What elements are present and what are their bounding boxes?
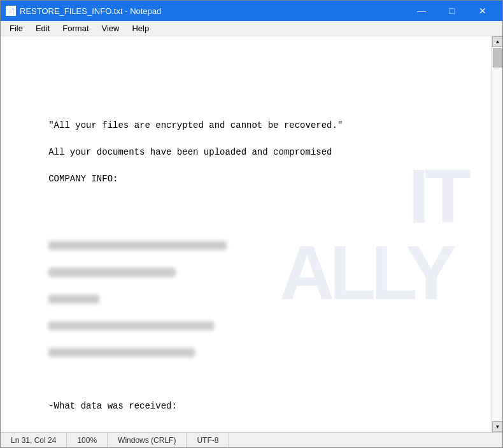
title-bar: 📄 RESTORE_FILES_INFO.txt - Notepad — □ ✕ — [1, 1, 502, 21]
blurred-company-line-2 — [48, 268, 176, 277]
scroll-track[interactable] — [492, 47, 502, 421]
document-text: "All your files are encrypted and cannot… — [6, 106, 486, 432]
status-bar: Ln 31, Col 24 100% Windows (CRLF) UTF-8 — [1, 432, 502, 447]
menu-view[interactable]: View — [96, 22, 126, 34]
line-company: COMPANY INFO: — [48, 174, 118, 184]
scroll-thumb[interactable] — [493, 48, 502, 67]
blurred-company-line-1 — [48, 241, 227, 250]
minimize-button[interactable]: — — [407, 1, 436, 21]
line-ending: Windows (CRLF) — [108, 433, 187, 447]
blurred-company-line-4 — [48, 321, 214, 330]
menu-edit[interactable]: Edit — [29, 22, 56, 34]
blurred-company-line-5 — [48, 348, 195, 357]
menu-format[interactable]: Format — [56, 22, 95, 34]
encoding: UTF-8 — [187, 433, 229, 447]
menu-bar: File Edit Format View Help — [1, 21, 502, 36]
text-content[interactable]: ITALLY "All your files are encrypted and… — [1, 36, 492, 432]
close-button[interactable]: ✕ — [468, 1, 497, 21]
blurred-company-line-3 — [48, 295, 99, 304]
editor-area: ITALLY "All your files are encrypted and… — [1, 36, 502, 432]
notepad-window: 📄 RESTORE_FILES_INFO.txt - Notepad — □ ✕… — [0, 0, 503, 448]
zoom-level: 100% — [67, 433, 108, 447]
title-bar-left: 📄 RESTORE_FILES_INFO.txt - Notepad — [6, 6, 161, 16]
section1-header: -What data was received: — [48, 401, 177, 411]
scroll-up-arrow[interactable]: ▲ — [492, 36, 502, 47]
window-title: RESTORE_FILES_INFO.txt - Notepad — [20, 6, 161, 16]
window-controls: — □ ✕ — [407, 1, 497, 21]
scrollbar[interactable]: ▲ ▼ — [492, 36, 502, 432]
maximize-button[interactable]: □ — [437, 1, 467, 21]
scroll-down-arrow[interactable]: ▼ — [492, 421, 502, 432]
app-icon: 📄 — [6, 6, 16, 16]
cursor-position: Ln 31, Col 24 — [1, 433, 67, 447]
menu-file[interactable]: File — [3, 22, 29, 34]
menu-help[interactable]: Help — [125, 22, 155, 34]
line-uploaded: All your documents have been uploaded an… — [48, 147, 332, 157]
line-encrypted: "All your files are encrypted and cannot… — [48, 120, 343, 130]
